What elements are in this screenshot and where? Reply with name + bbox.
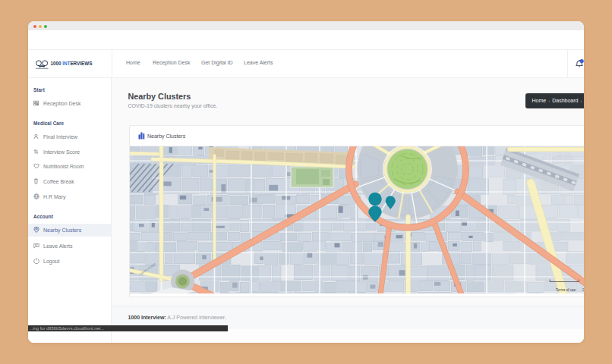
svg-text:G: G [582,288,584,292]
svg-text:Terms of use: Terms of use [556,288,576,292]
